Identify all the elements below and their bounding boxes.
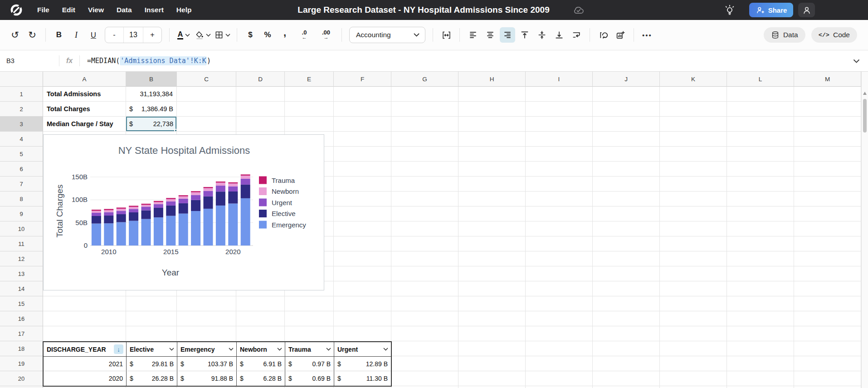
cell-I19[interactable] [526,356,593,371]
menu-item-data[interactable]: Data [110,0,138,20]
refresh-data-button[interactable] [595,27,611,43]
number-format-select[interactable]: Accounting [349,27,425,43]
cell-K17[interactable] [660,326,727,341]
cell-K16[interactable] [660,311,727,326]
cell-J21[interactable] [593,386,660,388]
column-header-D[interactable]: D [236,72,285,87]
cell-B2[interactable]: $1,386.49 B [126,102,177,117]
filter-chevron[interactable] [169,348,174,351]
vertical-scrollbar[interactable] [861,72,868,388]
bar-segment-emergency-2015[interactable] [166,216,176,246]
insert-chart-button[interactable] [613,27,628,43]
cell-K3[interactable] [660,117,727,132]
bar-segment-elective-2014[interactable] [154,208,163,217]
data-table[interactable]: DISCHARGE_YEAR↓ElectiveEmergencyNewbornT… [43,341,392,387]
cell-K21[interactable] [660,386,727,388]
cell-H21[interactable] [458,386,526,388]
cell-L18[interactable] [727,341,794,356]
row-header-2[interactable]: 2 [0,102,43,117]
bar-segment-urgent-2017[interactable] [191,195,200,200]
cell-A1[interactable]: Total Admissions [43,87,126,102]
bar-segment-trauma-2011[interactable] [117,207,126,209]
bar-segment-trauma-2013[interactable] [141,204,151,205]
bar-segment-urgent-2013[interactable] [141,206,151,210]
cell-G3[interactable] [391,117,458,132]
bar-segment-emergency-2010[interactable] [104,223,113,246]
cell-J5[interactable] [593,147,660,162]
cell-H12[interactable] [458,251,526,266]
borders-button[interactable] [215,27,230,43]
cell-F11[interactable] [334,236,391,251]
bar-segment-trauma-2020[interactable] [228,182,238,184]
bar-segment-trauma-2010[interactable] [104,209,113,211]
column-header-L[interactable]: L [727,72,794,87]
cell-J2[interactable] [593,102,660,117]
cell-K1[interactable] [660,87,727,102]
row-header-17[interactable]: 17 [0,326,43,341]
cell-J19[interactable] [593,356,660,371]
row-header-16[interactable]: 16 [0,311,43,326]
cell-M11[interactable] [794,236,861,251]
cell-L21[interactable] [727,386,794,388]
filter-chevron[interactable] [277,348,282,351]
cell-H5[interactable] [458,147,526,162]
bar-segment-trauma-2016[interactable] [179,195,188,196]
bar-segment-elective-2021[interactable] [241,185,250,198]
cell-G12[interactable] [391,251,458,266]
filter-chevron[interactable] [326,348,331,351]
cell-H1[interactable] [458,87,526,102]
cell-I4[interactable] [526,132,593,147]
cell-M12[interactable] [794,251,861,266]
cell-K11[interactable] [660,236,727,251]
bar-segment-urgent-2011[interactable] [117,211,126,215]
cell-G11[interactable] [391,236,458,251]
cell-G13[interactable] [391,266,458,281]
cell-M8[interactable] [794,192,861,206]
cell-F15[interactable] [334,296,391,311]
table-cell-year-2021[interactable]: 2021 [44,357,127,371]
cell-G1[interactable] [391,87,458,102]
cell-H17[interactable] [458,326,526,341]
cell-I20[interactable] [526,371,593,386]
cell-B17[interactable] [126,326,177,341]
cell-L2[interactable] [727,102,794,117]
cell-M16[interactable] [794,311,861,326]
filter-chevron[interactable] [229,348,234,351]
cell-L8[interactable] [727,192,794,206]
app-logo-icon[interactable] [10,4,23,16]
cell-J16[interactable] [593,311,660,326]
cell-F14[interactable] [334,281,391,296]
cell-F7[interactable] [334,177,391,192]
row-header-4[interactable]: 4 [0,132,43,147]
cell-L3[interactable] [727,117,794,132]
cell-K9[interactable] [660,206,727,221]
cell-I9[interactable] [526,206,593,221]
column-header-I[interactable]: I [526,72,593,87]
cell-A2[interactable]: Total Charges [43,102,126,117]
row-header-15[interactable]: 15 [0,296,43,311]
column-header-M[interactable]: M [794,72,861,87]
cell-L1[interactable] [727,87,794,102]
row-header-11[interactable]: 11 [0,236,43,251]
bar-segment-trauma-2017[interactable] [191,191,200,192]
cell-H11[interactable] [458,236,526,251]
bar-segment-newborn-2012[interactable] [129,207,138,209]
cell-L11[interactable] [727,236,794,251]
cell-I18[interactable] [526,341,593,356]
cell-J14[interactable] [593,281,660,296]
cell-L5[interactable] [727,147,794,162]
row-header-14[interactable]: 14 [0,281,43,296]
bar-segment-newborn-2010[interactable] [104,210,113,212]
bar-segment-elective-2019[interactable] [216,192,225,206]
cell-E17[interactable] [285,326,334,341]
fill-handle[interactable] [174,129,177,132]
lightbulb-icon[interactable] [723,4,736,17]
cell-D1[interactable] [236,87,285,102]
cell-I5[interactable] [526,147,593,162]
cell-M7[interactable] [794,177,861,192]
bar-segment-newborn-2021[interactable] [241,176,250,179]
more-options-button[interactable]: ••• [639,27,655,43]
cell-D17[interactable] [236,326,285,341]
merge-cells-button[interactable] [439,27,454,43]
cell-H2[interactable] [458,102,526,117]
